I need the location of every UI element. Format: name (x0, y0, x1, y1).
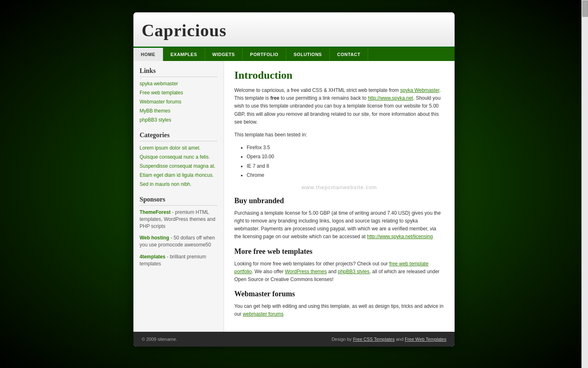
list-item: IE 7 and 8 (247, 162, 444, 170)
intro-title: Introduction (234, 69, 444, 82)
intro-paragraph-1: Welcome to capricious, a free valid CSS … (234, 87, 444, 126)
cat-link-1[interactable]: Lorem ipsum dolor sit amet. (140, 145, 201, 151)
list-item: Sed in mauris non nibh. (140, 181, 217, 188)
list-item: Webmaster forums (140, 98, 217, 105)
header: Capricious (133, 12, 455, 48)
list-item: Suspendisse consequat magna at. (140, 163, 217, 169)
main-content: Introduction Welcome to capricious, a fr… (224, 61, 455, 332)
links-list: spyka webmaster Free web templates Webma… (140, 80, 217, 123)
content-area: Links spyka webmaster Free web templates… (133, 61, 455, 332)
more-title: More free web templates (234, 247, 444, 256)
list-item: Quisque consequat nunc a felis. (140, 154, 217, 160)
cat-link-4[interactable]: Etiam eget diam id ligula rhoncus. (140, 172, 214, 178)
sidebar-link-free-templates[interactable]: Free web templates (140, 90, 183, 96)
scrollbar-thumb[interactable] (582, 0, 588, 17)
categories-title: Categories (140, 131, 217, 141)
free-web-templates-link[interactable]: Free Web Templates (405, 337, 446, 342)
list-item: Opera 10.00 (247, 153, 444, 161)
list-item: Free web templates (140, 89, 217, 96)
phpbb-link[interactable]: phpBB3 styles (338, 269, 369, 274)
cat-link-2[interactable]: Quisque consequat nunc a felis. (140, 154, 210, 160)
categories-list: Lorem ipsum dolor sit amet. Quisque cons… (140, 145, 217, 188)
css-templates-link[interactable]: Free CSS Templates (353, 337, 394, 342)
sidebar: Links spyka webmaster Free web templates… (133, 61, 224, 332)
sponsor-link-4templates[interactable]: 4templates (140, 254, 166, 260)
nav-portfolio[interactable]: PORTFOLIO (243, 48, 286, 61)
webmaster-paragraph: You can get help with editing and using … (234, 302, 444, 318)
webmaster-title: Webmaster forums (234, 290, 444, 298)
site-title: Capricious (142, 21, 446, 40)
tested-list: Firefox 3.5 Opera 10.00 IE 7 and 8 Chrom… (247, 144, 444, 179)
list-item: MyBB themes (140, 108, 217, 114)
spyka-net-link[interactable]: http://www.spyka.net (368, 95, 413, 101)
sponsor-link-themeforest[interactable]: ThemeForest (140, 209, 170, 215)
sidebar-link-spyka[interactable]: spyka webmaster (140, 81, 178, 87)
webmaster-forums-link[interactable]: webmaster forums (243, 311, 284, 317)
sponsor-2: Web hosting - 50 dollars off when you us… (140, 234, 217, 248)
wordpress-link[interactable]: WordPress themes (285, 269, 327, 274)
more-paragraph: Looking for more free web templates for … (234, 260, 444, 284)
list-item: Chrome (247, 171, 444, 179)
links-title: Links (140, 67, 217, 77)
sidebar-link-mybb[interactable]: MyBB themes (140, 108, 170, 114)
nav-home[interactable]: HOME (133, 48, 163, 61)
nav-bar: HOME EXAMPLES WIDGETS PORTFOLIO SOLUTION… (133, 48, 455, 61)
sidebar-link-webmaster-forums[interactable]: Webmaster forums (140, 99, 181, 105)
list-item: spyka webmaster (140, 80, 217, 87)
buy-paragraph: Purchasing a template license for 5.00 G… (234, 209, 444, 241)
licensing-link[interactable]: http://www.spyka.net/licensing (367, 234, 433, 239)
watermark: www.thepcmanwebsite.com (234, 184, 444, 190)
nav-examples[interactable]: EXAMPLES (163, 48, 205, 61)
sidebar-link-phpbb[interactable]: phpBB3 styles (140, 117, 171, 123)
page-wrapper: Capricious HOME EXAMPLES WIDGETS PORTFOL… (133, 12, 455, 347)
list-item: Firefox 3.5 (247, 144, 444, 152)
sponsor-link-hosting[interactable]: Web hosting (140, 235, 169, 241)
list-item: Etiam eget diam id ligula rhoncus. (140, 172, 217, 178)
spyka-webmaster-link[interactable]: spyka Webmaster (400, 87, 439, 93)
sponsor-3: 4templates - brilliant premium templates (140, 253, 217, 267)
footer-links: Design by Free CSS Templates and Free We… (331, 337, 446, 342)
list-item: Lorem ipsum dolor sit amet. (140, 145, 217, 151)
cat-link-3[interactable]: Suspendisse consequat magna at. (140, 163, 215, 169)
footer: © 2009 sitename. Design by Free CSS Temp… (133, 332, 455, 347)
scrollbar[interactable] (581, 0, 588, 368)
footer-copyright: © 2009 sitename. (142, 337, 177, 342)
list-item: phpBB3 styles (140, 117, 217, 123)
buy-title: Buy unbranded (234, 197, 444, 205)
nav-contact[interactable]: CONTACT (330, 48, 368, 61)
intro-paragraph-2: This template has been tested in: (234, 131, 444, 139)
cat-link-5[interactable]: Sed in mauris non nibh. (140, 181, 191, 187)
nav-solutions[interactable]: SOLUTIONS (286, 48, 330, 61)
sponsors-title: Sponsors (140, 196, 217, 206)
sponsor-1: ThemeForest - premium HTML templates, Wo… (140, 209, 217, 230)
nav-widgets[interactable]: WIDGETS (205, 48, 243, 61)
